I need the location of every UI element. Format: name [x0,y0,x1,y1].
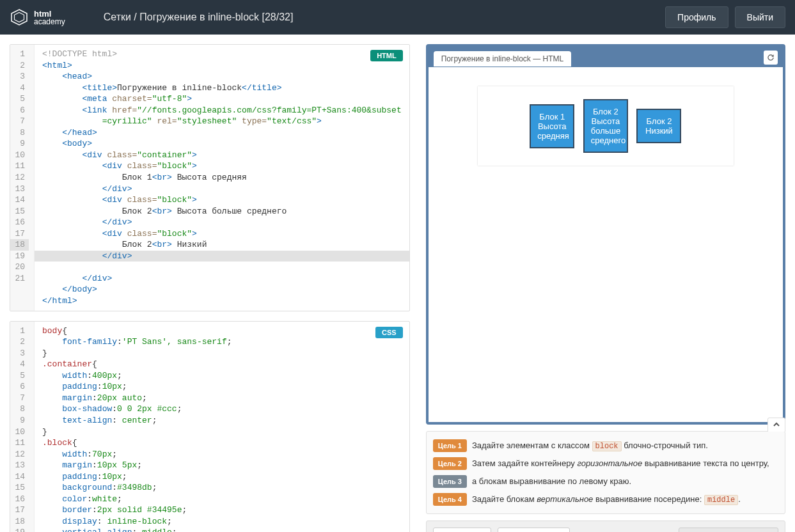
breadcrumb[interactable]: Сетки / Погружение в inline-block [28/32… [104,12,294,23]
goal-1: Цель 1 Задайте элементам с классом block… [433,437,778,455]
logo-icon [10,8,29,27]
refresh-button[interactable] [764,51,778,65]
bottom-toolbar: Теория Проверить Следующее задание [426,520,785,532]
refresh-icon [766,53,775,62]
theory-button[interactable]: Теория [433,528,491,532]
goal-4: Цель 4 Задайте блокам вертикальное вырав… [433,490,778,508]
next-task-button[interactable]: Следующее задание [679,528,778,532]
logout-button[interactable]: Выйти [735,6,785,28]
svg-marker-0 [12,10,27,25]
goal-3: Цель 3 а блокам выравнивание по левому к… [433,473,778,490]
goal-tag-3: Цель 3 [433,475,467,488]
check-button[interactable]: Проверить [498,528,570,532]
goal-tag-2: Цель 2 [433,457,467,470]
preview-content: Блок 1Высота средняя Блок 2Высота больше… [429,67,783,422]
goals-panel: Цель 1 Задайте элементам с классом block… [426,431,785,514]
css-code[interactable]: body{ font-family:'PT Sans', sans-serif;… [35,322,409,532]
preview-frame: Погружение в inline-block — HTML Блок 1В… [426,44,785,425]
logo[interactable]: html academy [10,8,65,27]
css-badge: CSS [375,327,403,338]
render-block-1: Блок 1Высота средняя [530,104,574,148]
html-editor[interactable]: HTML 123456789101112131415161718192021 <… [10,44,410,311]
goal-tag-1: Цель 1 [433,439,467,452]
goals-toggle[interactable] [767,418,785,432]
render-block-2: Блок 2Высота больше среднего [583,99,628,153]
logo-text-top: html [34,10,65,18]
html-code[interactable]: <!DOCTYPE html> <html> <head> <title>Пог… [35,45,409,311]
chevron-up-icon [773,421,780,428]
css-gutter: 1234567891011121314151617181920 [10,322,35,532]
preview-tab[interactable]: Погружение в inline-block — HTML [434,51,571,66]
profile-button[interactable]: Профиль [665,6,728,28]
app-header: html academy Сетки / Погружение в inline… [0,0,795,35]
css-editor[interactable]: CSS 1234567891011121314151617181920 body… [10,321,410,532]
goal-tag-4: Цель 4 [433,493,467,506]
render-block-3: Блок 2Низкий [636,109,681,143]
render-container: Блок 1Высота средняя Блок 2Высота больше… [478,86,734,166]
html-badge: HTML [370,50,403,61]
goal-2: Цель 2 Затем задайте контейнеру горизонт… [433,455,778,473]
html-gutter: 123456789101112131415161718192021 [10,45,35,311]
svg-marker-1 [15,13,24,22]
logo-text-bottom: academy [34,18,65,26]
